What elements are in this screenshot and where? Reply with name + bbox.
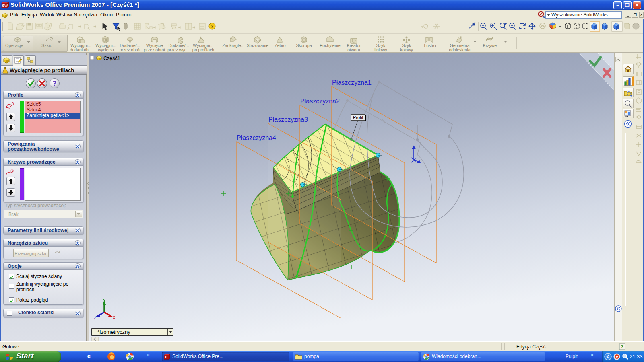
svg-text:Część1: Część1 [103, 56, 120, 61]
svg-text:S: S [165, 356, 167, 359]
svg-text:Płaszczyzna4: Płaszczyzna4 [237, 134, 276, 141]
svg-text:0: 0 [12, 102, 14, 106]
svg-text:Płaszczyzna2: Płaszczyzna2 [300, 98, 340, 105]
svg-text:?: ? [621, 344, 623, 349]
svg-text:Z: Z [94, 315, 97, 321]
svg-text:W: W [4, 4, 8, 8]
svg-text:Płaszczyzna3: Płaszczyzna3 [268, 116, 308, 123]
svg-text:*Izometryczny: *Izometryczny [97, 329, 130, 335]
svg-text:Profil: Profil [353, 115, 363, 120]
svg-text:?: ? [211, 24, 213, 29]
svg-text:X: X [112, 315, 116, 321]
svg-text:Płaszczyzna1: Płaszczyzna1 [332, 79, 372, 86]
